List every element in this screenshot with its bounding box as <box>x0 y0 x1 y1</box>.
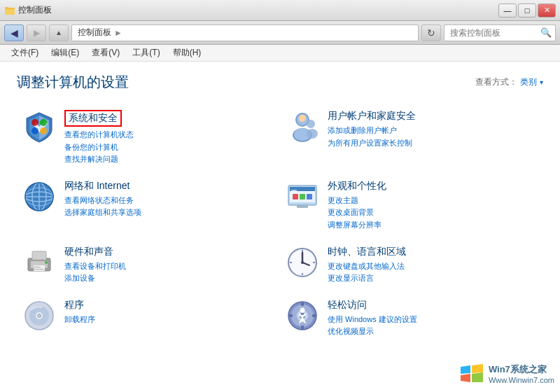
cp-link-appearance-1[interactable]: 更改桌面背景 <box>328 206 538 219</box>
cp-item-system-security[interactable]: 系统和安全 查看您的计算机状态 备份您的计算机 查找并解决问题 <box>17 103 280 173</box>
cp-link-appearance-2[interactable]: 调整屏幕分辨率 <box>328 219 538 232</box>
view-mode-value[interactable]: 类别 <box>520 76 537 88</box>
search-wrap: 🔍 <box>444 24 556 41</box>
svg-rect-53 <box>301 326 304 330</box>
close-button[interactable]: ✕ <box>538 4 556 18</box>
search-input[interactable] <box>444 24 556 41</box>
cp-link-programs-0[interactable]: 卸载程序 <box>64 314 274 326</box>
refresh-button[interactable]: ↻ <box>421 24 441 41</box>
menu-file[interactable]: 文件(F) <box>6 46 44 60</box>
cp-link-user-1[interactable]: 为所有用户设置家长控制 <box>328 137 538 150</box>
menu-tools[interactable]: 工具(T) <box>127 46 165 60</box>
cp-title-accessibility[interactable]: 轻松访问 <box>328 299 538 312</box>
cp-item-programs[interactable]: 程序 卸载程序 <box>17 292 280 345</box>
search-icon: 🔍 <box>540 27 552 38</box>
cp-link-hardware-1[interactable]: 添加设备 <box>64 272 274 285</box>
cp-link-system-2[interactable]: 查找并解决问题 <box>64 153 274 166</box>
page-header: 调整计算机的设置 查看方式： 类别 ▾ <box>17 73 543 92</box>
svg-point-6 <box>31 127 38 134</box>
watermark-text-block: Win7系统之家 Www.Winwin7.com <box>489 363 554 384</box>
cp-info-system-security: 系统和安全 查看您的计算机状态 备份您的计算机 查找并解决问题 <box>64 110 274 166</box>
folder-icon <box>4 5 15 16</box>
cp-item-appearance[interactable]: 外观和个性化 更改主题 更改桌面背景 调整屏幕分辨率 <box>280 173 543 239</box>
cp-link-appearance-0[interactable]: 更改主题 <box>328 195 538 207</box>
title-bar-text: 控制面板 <box>18 4 52 16</box>
title-bar-left: 控制面板 <box>4 4 52 16</box>
up-button[interactable]: ▲ <box>49 24 69 41</box>
globe-icon <box>22 180 56 214</box>
svg-rect-29 <box>297 205 308 208</box>
cp-info-clock: 时钟、语言和区域 更改键盘或其他输入法 更改显示语言 <box>328 246 538 285</box>
user-icon <box>286 110 319 144</box>
accessibility-icon <box>286 299 319 332</box>
title-bar: 控制面板 — □ ✕ <box>0 0 560 21</box>
chevron-down-icon[interactable]: ▾ <box>540 78 543 86</box>
svg-point-14 <box>307 129 318 139</box>
menu-help[interactable]: 帮助(H) <box>167 46 207 60</box>
minimize-button[interactable]: — <box>498 4 517 18</box>
cp-title-network[interactable]: 网络和 Internet <box>64 180 274 192</box>
view-mode-label: 查看方式： <box>475 76 517 88</box>
cp-link-hardware-0[interactable]: 查看设备和打印机 <box>64 260 274 273</box>
svg-rect-27 <box>300 194 305 200</box>
menu-edit[interactable]: 编辑(E) <box>46 46 85 60</box>
cp-link-access-1[interactable]: 优化视频显示 <box>328 326 538 338</box>
cp-item-clock[interactable]: 时钟、语言和区域 更改键盘或其他输入法 更改显示语言 <box>280 239 543 292</box>
svg-rect-34 <box>34 267 41 267</box>
watermark-logo: Win7系统之家 Www.Winwin7.com <box>459 361 554 386</box>
cp-link-network-0[interactable]: 查看网络状态和任务 <box>64 195 274 207</box>
cp-item-hardware[interactable]: 硬件和声音 查看设备和打印机 添加设备 <box>17 239 280 292</box>
address-field[interactable]: 控制面板 ► <box>71 24 419 41</box>
cp-title-clock[interactable]: 时钟、语言和区域 <box>328 246 538 258</box>
cp-item-user-accounts[interactable]: 用户帐户和家庭安全 添加或删除用户帐户 为所有用户设置家长控制 <box>280 103 543 173</box>
title-bar-controls: — □ ✕ <box>498 4 556 18</box>
svg-rect-2 <box>5 7 8 9</box>
hardware-icon <box>22 246 56 279</box>
address-path: 控制面板 <box>78 27 111 38</box>
svg-rect-1 <box>5 9 15 15</box>
cp-link-system-1[interactable]: 备份您的计算机 <box>64 141 274 154</box>
svg-rect-35 <box>34 269 43 270</box>
cp-title-appearance[interactable]: 外观和个性化 <box>328 180 538 192</box>
cp-link-network-1[interactable]: 选择家庭组和共享选项 <box>64 206 274 219</box>
main-content: 调整计算机的设置 查看方式： 类别 ▾ <box>0 62 560 392</box>
programs-icon <box>22 299 56 332</box>
cp-item-network[interactable]: 网络和 Internet 查看网络状态和任务 选择家庭组和共享选项 <box>17 173 280 239</box>
svg-point-41 <box>301 261 304 264</box>
watermark-line1: Win7系统之家 <box>489 363 554 376</box>
view-mode: 查看方式： 类别 ▾ <box>475 76 543 88</box>
appearance-icon <box>286 180 319 214</box>
cp-title-system-security[interactable]: 系统和安全 <box>64 110 122 127</box>
windows-logo-icon <box>459 361 484 386</box>
svg-point-58 <box>300 307 305 312</box>
cp-link-clock-1[interactable]: 更改显示语言 <box>328 272 538 285</box>
page-title: 调整计算机的设置 <box>17 73 129 92</box>
cp-link-user-0[interactable]: 添加或删除用户帐户 <box>328 125 538 137</box>
watermark-line2: Www.Winwin7.com <box>489 376 554 384</box>
cp-item-accessibility[interactable]: 轻松访问 使用 Windows 建议的设置 优化视频显示 <box>280 292 543 345</box>
cp-title-user-accounts[interactable]: 用户帐户和家庭安全 <box>328 110 538 122</box>
cp-title-programs[interactable]: 程序 <box>64 299 274 312</box>
svg-rect-28 <box>307 194 312 200</box>
svg-point-49 <box>38 314 41 317</box>
forward-button[interactable]: ▶ <box>27 24 46 41</box>
cp-info-programs: 程序 卸载程序 <box>64 299 274 326</box>
clock-icon <box>286 246 319 279</box>
watermark: Win7系统之家 Www.Winwin7.com <box>459 361 554 386</box>
svg-rect-52 <box>301 302 304 306</box>
svg-rect-26 <box>293 194 298 200</box>
svg-point-4 <box>31 119 38 126</box>
back-button[interactable]: ◀ <box>4 24 24 41</box>
svg-rect-33 <box>34 265 45 271</box>
shield-icon <box>22 110 56 144</box>
address-bar: ◀ ▶ ▲ 控制面板 ► ↻ 🔍 <box>0 21 560 45</box>
menu-view[interactable]: 查看(V) <box>86 46 125 60</box>
cp-info-accessibility: 轻松访问 使用 Windows 建议的设置 优化视频显示 <box>328 299 538 338</box>
cp-link-access-0[interactable]: 使用 Windows 建议的设置 <box>328 314 538 326</box>
cp-info-user-accounts: 用户帐户和家庭安全 添加或删除用户帐户 为所有用户设置家长控制 <box>328 110 538 149</box>
maximize-button[interactable]: □ <box>518 4 536 18</box>
svg-rect-55 <box>312 314 316 317</box>
cp-link-clock-0[interactable]: 更改键盘或其他输入法 <box>328 260 538 273</box>
cp-link-system-0[interactable]: 查看您的计算机状态 <box>64 129 274 141</box>
cp-title-hardware[interactable]: 硬件和声音 <box>64 246 274 258</box>
